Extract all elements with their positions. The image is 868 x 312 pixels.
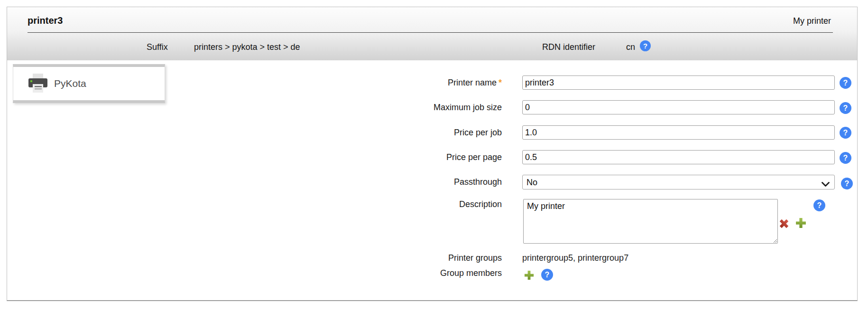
page-title: printer3: [28, 15, 63, 26]
printer-groups-label: Printer groups: [303, 253, 502, 263]
max-job-size-help-icon[interactable]: ?: [840, 102, 851, 114]
rdn-value: cn: [626, 42, 635, 52]
x-icon: [779, 223, 789, 230]
printer-name-label-text: Printer name: [448, 78, 497, 87]
max-job-size-label: Maximum job size: [303, 100, 502, 114]
passthrough-label: Passthrough: [303, 175, 502, 189]
required-marker: *: [499, 78, 502, 87]
header-divider: [28, 32, 833, 33]
printer-icon: [28, 74, 47, 94]
price-per-job-label: Price per job: [303, 125, 502, 140]
plus-icon: [795, 223, 807, 230]
price-per-job-help-icon[interactable]: ?: [840, 127, 851, 139]
printer-name-help-icon[interactable]: ?: [840, 77, 851, 89]
rdn-label: RDN identifier: [542, 42, 595, 52]
max-job-size-input[interactable]: [522, 100, 835, 114]
price-per-page-input[interactable]: [522, 150, 835, 164]
entry-description: My printer: [793, 16, 831, 26]
description-textarea[interactable]: My printer: [523, 199, 778, 244]
passthrough-help-icon[interactable]: ?: [841, 178, 853, 189]
printer-groups-value: printergroup5, printergroup7: [522, 253, 628, 263]
panel-header: printer3 My printer Suffix printers > py…: [7, 7, 857, 60]
group-members-add-button[interactable]: [524, 270, 535, 281]
description-add-button[interactable]: [795, 217, 807, 229]
group-members-label: Group members: [303, 268, 502, 278]
tab-pykota[interactable]: PyKota: [13, 64, 165, 103]
printer-name-input[interactable]: [522, 76, 835, 90]
description-label: Description: [303, 199, 502, 209]
price-per-page-help-icon[interactable]: ?: [840, 152, 851, 164]
price-per-job-input[interactable]: [522, 125, 835, 140]
description-delete-button[interactable]: [779, 218, 789, 229]
tab-label: PyKota: [54, 78, 86, 89]
price-per-page-label: Price per page: [303, 150, 502, 164]
passthrough-select[interactable]: No: [522, 175, 835, 189]
plus-icon: [524, 275, 535, 282]
suffix-label: Suffix: [147, 42, 168, 52]
page: printer3 My printer Suffix printers > py…: [0, 0, 868, 312]
description-help-icon[interactable]: ?: [813, 199, 825, 211]
suffix-breadcrumb: printers > pykota > test > de: [194, 42, 300, 52]
rdn-help-icon[interactable]: ?: [640, 40, 651, 51]
group-members-help-icon[interactable]: ?: [541, 269, 553, 281]
printer-edit-panel: printer3 My printer Suffix printers > py…: [7, 7, 858, 301]
printer-name-label: Printer name*: [303, 76, 502, 90]
